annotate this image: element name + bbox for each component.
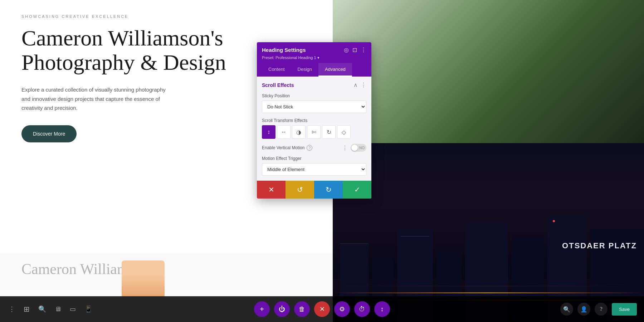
- bottom-center-icons: + ⏻ 🗑 ✕ ⚙ ⏱ ↕: [254, 301, 390, 317]
- redo-button[interactable]: ↻: [314, 181, 343, 199]
- toggle-knob: [351, 145, 358, 151]
- panel-preset[interactable]: Preset: Professional Heading 1 ▾: [262, 55, 366, 60]
- transform-blur-btn[interactable]: ✄: [307, 125, 321, 139]
- panel-icon-layout[interactable]: ⊡: [352, 47, 357, 53]
- motion-trigger-select[interactable]: Middle of Element: [262, 163, 366, 176]
- section-controls: ∧ ⋮: [353, 82, 366, 88]
- undo-button[interactable]: ↺: [286, 181, 314, 199]
- transform-icons: ↕ ↔ ◑ ✄ ↻ ◇: [262, 125, 366, 139]
- scroll-transform-label: Scroll Transform Effects: [262, 118, 366, 123]
- subtitle: SHOWCASING CREATIVE EXCELLENCE: [21, 14, 240, 19]
- toggle-no-label: NO: [359, 146, 365, 150]
- toggle-right: ⋮ NO: [342, 144, 366, 152]
- cancel-icon: ✕: [268, 185, 274, 194]
- cancel-button[interactable]: ✕: [257, 181, 286, 199]
- history-button[interactable]: ⏱: [354, 301, 370, 317]
- sticky-position-select[interactable]: Do Not Stick: [262, 101, 366, 113]
- transform-vertical-btn[interactable]: ↕: [262, 125, 275, 139]
- save-button[interactable]: Save: [612, 303, 637, 316]
- redo-icon: ↻: [326, 185, 332, 194]
- scroll-effects-section-header: Scroll Effects ∧ ⋮: [262, 82, 366, 88]
- preview-heading: Cameron Williamso...: [0, 253, 333, 285]
- discover-more-button[interactable]: Discover More: [21, 125, 77, 142]
- panel-title: Heading Settings: [262, 47, 306, 53]
- transform-scale-btn[interactable]: ◇: [337, 125, 351, 139]
- transform-fade-btn[interactable]: ◑: [292, 125, 306, 139]
- delete-button[interactable]: 🗑: [294, 301, 310, 317]
- panel-tabs: Content Design Advanced: [262, 63, 366, 77]
- scroll-effects-title: Scroll Effects: [262, 82, 294, 88]
- tab-content[interactable]: Content: [262, 63, 291, 77]
- main-heading: Cameron Williamson's Photography & Desig…: [21, 26, 240, 74]
- panel-icon-more[interactable]: ⋮: [361, 47, 366, 53]
- background-right: OTSDAER PLATZ: [333, 0, 644, 322]
- search-right-icon[interactable]: 🔍: [560, 303, 573, 316]
- toggle-more-icon[interactable]: ⋮: [342, 145, 348, 151]
- mobile-icon[interactable]: 📱: [83, 304, 94, 314]
- sticky-position-label: Sticky Position: [262, 93, 366, 98]
- bg-city: OTSDAER PLATZ: [333, 143, 644, 322]
- motion-trigger-label: Motion Effect Trigger: [262, 156, 366, 161]
- person-icon[interactable]: 👤: [577, 303, 590, 316]
- preview-face-image: [122, 260, 165, 296]
- bottom-toolbar: ⋮ ⊞ 🔍 🖥 ▭ 📱 + ⏻ 🗑 ✕ ⚙ ⏱ ↕ 🔍 👤 ? Save: [0, 296, 644, 322]
- transform-rotate-btn[interactable]: ↻: [322, 125, 336, 139]
- bg-nature: [333, 0, 644, 143]
- undo-icon: ↺: [297, 185, 303, 194]
- panel-body: Scroll Effects ∧ ⋮ Sticky Position Do No…: [257, 77, 371, 181]
- transform-horizontal-btn[interactable]: ↔: [277, 125, 291, 139]
- grid-view-icon[interactable]: ⊞: [22, 303, 31, 315]
- enable-vertical-motion-row: Enable Vertical Motion ? ⋮ NO: [262, 144, 366, 152]
- toggle-label: Enable Vertical Motion ?: [262, 145, 312, 151]
- power-button[interactable]: ⏻: [274, 301, 290, 317]
- question-icon[interactable]: ?: [595, 303, 608, 316]
- panel-icon-settings[interactable]: ◎: [344, 47, 349, 53]
- page-content: SHOWCASING CREATIVE EXCELLENCE Cameron W…: [0, 0, 261, 157]
- close-button[interactable]: ✕: [314, 301, 330, 317]
- settings-button[interactable]: ⚙: [334, 301, 350, 317]
- description: Explore a curated collection of visually…: [21, 85, 172, 113]
- panel-actions: ✕ ↺ ↻ ✓: [257, 181, 371, 199]
- search-icon[interactable]: 🔍: [37, 304, 48, 314]
- panel-header-icons: ◎ ⊡ ⋮: [344, 47, 366, 53]
- panel-header: Heading Settings ◎ ⊡ ⋮ Preset: Professio…: [257, 42, 371, 77]
- settings-panel: Heading Settings ◎ ⊡ ⋮ Preset: Professio…: [257, 42, 371, 199]
- bottom-left-icons: ⋮ ⊞ 🔍 🖥 ▭ 📱: [7, 303, 94, 315]
- desktop-icon[interactable]: 🖥: [53, 304, 63, 314]
- help-icon[interactable]: ?: [307, 145, 312, 151]
- bottom-right-icons: 🔍 👤 ? Save: [560, 303, 637, 316]
- panel-title-row: Heading Settings ◎ ⊡ ⋮: [262, 47, 366, 53]
- menu-dots-icon[interactable]: ⋮: [7, 304, 16, 314]
- enable-vertical-motion-text: Enable Vertical Motion: [262, 145, 304, 150]
- confirm-icon: ✓: [354, 185, 360, 194]
- section-more-icon[interactable]: ⋮: [361, 82, 366, 88]
- confirm-button[interactable]: ✓: [343, 181, 371, 199]
- collapse-icon[interactable]: ∧: [353, 82, 358, 88]
- add-section-button[interactable]: +: [254, 301, 270, 317]
- tab-design[interactable]: Design: [291, 63, 318, 77]
- motion-button[interactable]: ↕: [374, 301, 390, 317]
- vertical-motion-toggle[interactable]: NO: [351, 144, 366, 152]
- tablet-icon[interactable]: ▭: [68, 304, 77, 314]
- bottom-preview: Cameron Williamso...: [0, 253, 333, 296]
- tab-advanced[interactable]: Advanced: [318, 63, 352, 77]
